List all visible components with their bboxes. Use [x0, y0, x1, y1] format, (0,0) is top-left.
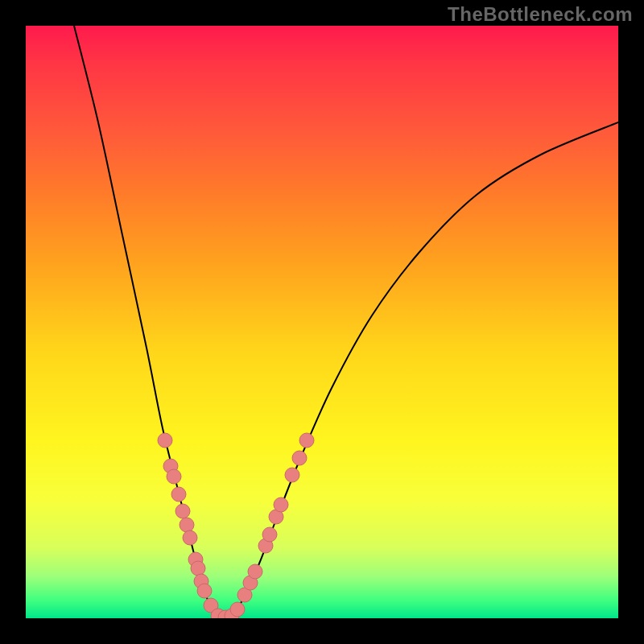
data-point — [175, 504, 190, 518]
chart-frame: TheBottleneck.com — [0, 0, 644, 644]
data-point — [262, 527, 277, 542]
data-point — [158, 433, 172, 448]
data-point — [230, 602, 245, 617]
data-point — [292, 451, 307, 465]
curve-group — [74, 26, 618, 618]
data-point — [183, 530, 197, 545]
scatter-dots — [158, 433, 314, 618]
data-point — [167, 469, 181, 484]
data-point — [274, 497, 288, 512]
data-point — [197, 584, 212, 598]
data-point — [180, 518, 194, 532]
data-point — [285, 468, 299, 482]
data-point — [248, 564, 262, 579]
chart-svg — [26, 26, 618, 618]
curve-path — [222, 122, 618, 618]
data-point — [171, 487, 186, 502]
data-point — [299, 433, 314, 448]
data-point — [191, 561, 205, 576]
curve-path — [74, 26, 222, 618]
watermark-text: TheBottleneck.com — [448, 3, 633, 26]
plot-area — [26, 26, 618, 618]
